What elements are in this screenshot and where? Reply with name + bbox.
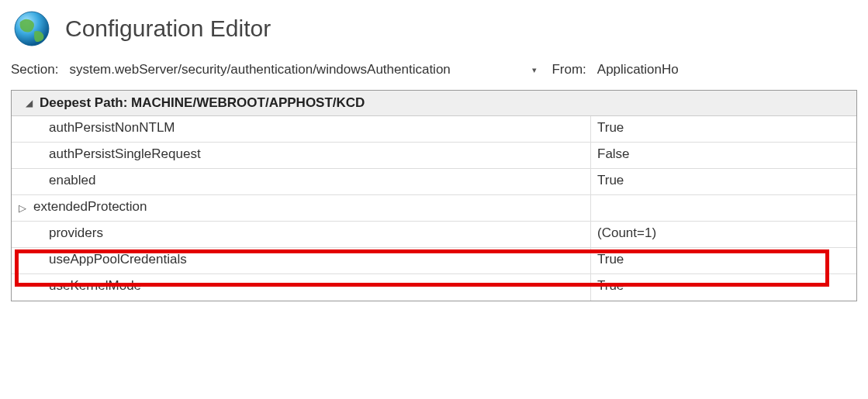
prop-value[interactable]: True	[590, 248, 856, 273]
page-title: Configuration Editor	[65, 15, 271, 42]
prop-value[interactable]: False	[590, 143, 856, 168]
grid-row-extendedprotection[interactable]: ▷ extendedProtection	[12, 195, 856, 222]
section-label: Section:	[11, 62, 58, 77]
expand-icon[interactable]: ▷	[12, 195, 33, 221]
prop-value[interactable]	[590, 195, 856, 221]
globe-icon	[11, 8, 53, 50]
from-dropdown[interactable]: ApplicationHo	[593, 59, 683, 81]
from-label: From:	[552, 62, 586, 77]
prop-name: extendedProtection	[33, 195, 590, 221]
chevron-down-icon: ▾	[528, 64, 541, 76]
section-dropdown-value: system.webServer/security/authentication…	[69, 62, 450, 77]
grid-row-usekernelmode[interactable]: useKernelMode True	[12, 274, 856, 301]
grid-row-providers[interactable]: providers (Count=1)	[12, 222, 856, 248]
grid-header-row[interactable]: ◢ Deepest Path: MACHINE/WEBROOT/APPHOST/…	[12, 91, 856, 116]
grid-row-authpersistsinglerequest[interactable]: authPersistSingleRequest False	[12, 143, 856, 169]
section-bar: Section: system.webServer/security/authe…	[0, 53, 868, 88]
prop-name: useAppPoolCredentials	[33, 248, 590, 273]
prop-value[interactable]: True	[590, 274, 856, 301]
prop-name: useKernelMode	[33, 274, 590, 301]
section-dropdown[interactable]: system.webServer/security/authentication…	[64, 59, 545, 81]
prop-name: providers	[33, 222, 590, 247]
collapse-icon[interactable]: ◢	[18, 98, 40, 108]
prop-name: authPersistSingleRequest	[33, 143, 590, 168]
grid-header-text: Deepest Path: MACHINE/WEBROOT/APPHOST/KC…	[40, 95, 365, 111]
prop-name: authPersistNonNTLM	[33, 116, 590, 142]
prop-value[interactable]: True	[590, 116, 856, 142]
prop-value[interactable]: True	[590, 169, 856, 194]
from-dropdown-value: ApplicationHo	[597, 62, 679, 77]
property-grid: ◢ Deepest Path: MACHINE/WEBROOT/APPHOST/…	[11, 90, 857, 301]
grid-row-useapppoolcredentials[interactable]: useAppPoolCredentials True	[12, 248, 856, 274]
prop-name: enabled	[33, 169, 590, 194]
grid-row-authpersistnonntlm[interactable]: authPersistNonNTLM True	[12, 116, 856, 143]
prop-value[interactable]: (Count=1)	[590, 222, 856, 247]
grid-row-enabled[interactable]: enabled True	[12, 169, 856, 195]
header: Configuration Editor	[0, 0, 868, 53]
